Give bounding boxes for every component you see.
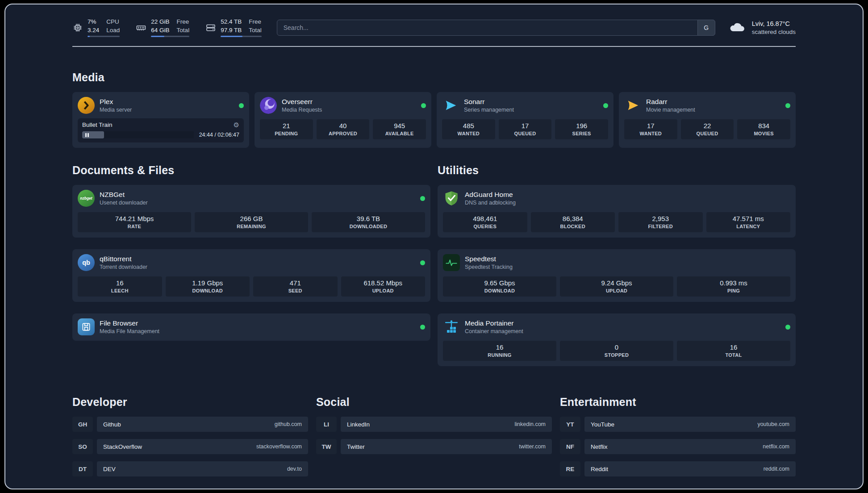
stat: 0.993 msPING (677, 276, 790, 297)
service-subtitle: Media server (100, 107, 132, 113)
service-subtitle: Media File Management (100, 328, 159, 334)
stat: 945AVAILABLE (373, 119, 426, 139)
cpu-progress-bar (88, 36, 120, 37)
bookmark-link[interactable]: YouTubeyoutube.com (584, 417, 796, 432)
stat: 40APPROVED (317, 119, 370, 139)
bookmark-link[interactable]: LinkedInlinkedin.com (341, 417, 552, 432)
bookmark-github: GH Githubgithub.com (72, 417, 308, 432)
service-subtitle: Container management (465, 328, 523, 334)
cloud-icon (728, 20, 747, 35)
service-card-adguard[interactable]: AdGuard Home DNS and adblocking 498,461Q… (438, 185, 796, 238)
filebrowser-icon (78, 318, 95, 335)
service-card-filebrowser[interactable]: File Browser Media File Management (72, 313, 430, 341)
stat: 86,384BLOCKED (531, 212, 615, 232)
adguard-icon (443, 190, 460, 207)
service-card-qbittorrent[interactable]: qb qBittorrent Torrent downloader 16LEEC… (72, 249, 430, 302)
service-card-overseerr[interactable]: Overseerr Media Requests 21PENDING 40APP… (255, 92, 431, 148)
stat: 39.6 TBDOWNLOADED (312, 212, 425, 232)
memory-total-value: 64 GiB (151, 26, 169, 34)
service-name: File Browser (100, 319, 159, 327)
stat: 1.19 GbpsDOWNLOAD (166, 276, 250, 297)
overseerr-icon (260, 97, 277, 114)
stat: 16TOTAL (677, 341, 790, 361)
service-card-plex[interactable]: Plex Media server Bullet Train ⚙ (72, 92, 249, 148)
dashboard-window: 7% CPU 3.24 Load 22 (4, 4, 864, 489)
bookmark-link[interactable]: Githubgithub.com (97, 417, 308, 432)
bookmarks-developer: Developer GH Githubgithub.com SO StackOv… (72, 396, 308, 484)
disk-widget: 52.4 TB Free 97.9 TB Total (205, 18, 262, 37)
disk-icon (205, 22, 216, 33)
stat: 0STOPPED (560, 341, 673, 361)
service-name: NZBGet (100, 191, 148, 199)
gear-icon[interactable]: ⚙ (234, 121, 239, 128)
service-card-portainer[interactable]: Media Portainer Container management 16R… (438, 313, 796, 366)
weather-location: Lviv, 16.87°C (752, 20, 796, 29)
pause-icon[interactable] (85, 133, 89, 137)
status-dot (785, 325, 790, 330)
stat: 47.571 msLATENCY (706, 212, 791, 232)
service-subtitle: Series management (464, 107, 514, 113)
section-title-media: Media (72, 71, 796, 84)
section-documents: Documents & Files nzbget NZBGet Usenet d… (72, 148, 430, 341)
stat: 485WANTED (442, 119, 495, 139)
playback-progress-bar[interactable] (82, 131, 194, 138)
stat: 21PENDING (260, 119, 313, 139)
portainer-icon (443, 318, 460, 335)
cpu-chip-icon (72, 22, 83, 33)
stat: 834MOVIES (737, 119, 790, 139)
bookmark-abbr: YT (560, 417, 580, 432)
stat: 498,461QUERIES (443, 212, 527, 232)
memory-icon (136, 22, 146, 33)
memory-free-value: 22 GiB (151, 18, 169, 26)
service-subtitle: Movie management (646, 107, 695, 113)
bookmark-stackoverflow: SO StackOverflowstackoverflow.com (72, 439, 308, 454)
status-dot (603, 103, 608, 108)
search-provider-button[interactable]: G (697, 20, 715, 36)
stat: 9.65 GbpsDOWNLOAD (443, 276, 556, 297)
service-subtitle: Usenet downloader (100, 200, 148, 206)
resource-widgets: 7% CPU 3.24 Load 22 (72, 18, 262, 37)
bookmark-reddit: RE Redditreddit.com (560, 461, 796, 476)
service-name: qBittorrent (100, 255, 147, 263)
bookmark-link[interactable]: Twittertwitter.com (341, 439, 552, 454)
stat: 744.21 MbpsRATE (78, 212, 191, 232)
bookmark-abbr: SO (72, 439, 93, 454)
bookmark-link[interactable]: DEVdev.to (97, 461, 308, 476)
radarr-icon (624, 97, 641, 114)
plex-icon (78, 97, 95, 114)
topbar-divider (72, 46, 796, 47)
status-dot (420, 196, 425, 201)
disk-free-value: 52.4 TB (221, 18, 242, 26)
section-title-entertainment: Entertainment (560, 396, 796, 409)
stat: 2,953FILTERED (618, 212, 703, 232)
service-name: Radarr (646, 98, 695, 106)
service-subtitle: Speedtest Tracking (465, 264, 513, 270)
stat: 266 GBREMAINING (195, 212, 308, 232)
status-dot (420, 325, 425, 330)
section-title-developer: Developer (72, 396, 308, 409)
top-bar: 7% CPU 3.24 Load 22 (72, 18, 796, 37)
bookmark-linkedin: LI LinkedInlinkedin.com (316, 417, 552, 432)
disk-total-value: 97.9 TB (221, 26, 242, 34)
search-input[interactable] (277, 20, 715, 36)
search-bar: G (277, 20, 715, 36)
service-name: AdGuard Home (465, 191, 516, 199)
bookmark-abbr: RE (560, 461, 580, 476)
service-card-nzbget[interactable]: nzbget NZBGet Usenet downloader 744.21 M… (72, 185, 430, 238)
bookmark-link[interactable]: StackOverflowstackoverflow.com (97, 439, 308, 454)
service-card-sonarr[interactable]: Sonarr Series management 485WANTED 17QUE… (437, 92, 613, 148)
bookmark-link[interactable]: Redditreddit.com (584, 461, 796, 476)
stat: 17WANTED (624, 119, 677, 139)
memory-total-label: Total (177, 26, 190, 34)
service-subtitle: Media Requests (282, 107, 322, 113)
service-card-radarr[interactable]: Radarr Movie management 17WANTED 22QUEUE… (619, 92, 796, 148)
weather-widget[interactable]: Lviv, 16.87°C scattered clouds (728, 20, 796, 35)
sonarr-icon (442, 97, 459, 114)
memory-readout: 22 GiB Free 64 GiB Total (151, 18, 189, 37)
section-title-utilities: Utilities (438, 164, 796, 177)
service-card-speedtest[interactable]: Speedtest Speedtest Tracking 9.65 GbpsDO… (438, 249, 796, 302)
bookmark-link[interactable]: Netflixnetflix.com (584, 439, 796, 454)
qbittorrent-icon: qb (78, 254, 95, 271)
weather-condition: scattered clouds (752, 29, 796, 35)
cpu-load-value: 3.24 (88, 26, 99, 34)
